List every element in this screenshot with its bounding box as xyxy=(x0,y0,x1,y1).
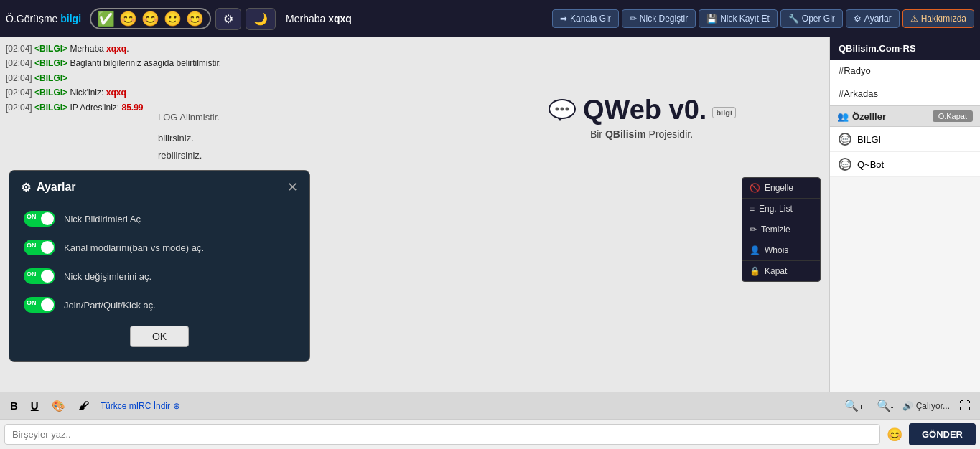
oper-gir-label: Oper Gir xyxy=(802,14,835,24)
svg-point-3 xyxy=(560,107,564,110)
warning-icon: ⚠ xyxy=(910,14,918,24)
sidebar-channel-arkadas[interactable]: #Arkadas xyxy=(830,82,980,105)
sidebar-user-qbot[interactable]: 💬 Q~Bot xyxy=(830,152,980,177)
list-icon: ≡ xyxy=(750,204,755,214)
send-button[interactable]: GÖNDER xyxy=(909,423,976,445)
color-icon: 🎨 xyxy=(52,400,65,412)
brand-label: Ö.Görüşme bilgi xyxy=(6,13,81,24)
hakkimizda-label: Hakkımızda xyxy=(921,14,966,24)
edit-icon: ✏ xyxy=(630,14,637,24)
svg-point-4 xyxy=(565,107,569,110)
download-link[interactable]: Türkce mIRC İndir ⊕ xyxy=(101,401,180,411)
toggle-nick-degisim: ON Nick değişimlerini aç. xyxy=(24,268,295,284)
emoji-smile-icon: 😊 xyxy=(887,427,902,442)
emoji-slight[interactable]: 🙂 xyxy=(164,11,182,26)
toggle-nick-degisim-switch[interactable]: ON xyxy=(24,268,55,284)
zoom-in-icon: 🔍 xyxy=(844,400,859,412)
emoji-input-button[interactable]: 😊 xyxy=(885,425,905,445)
hakkimizda-button[interactable]: ⚠ Hakkımızda xyxy=(902,9,974,28)
context-kapat[interactable]: 🔒 Kapat xyxy=(742,261,820,281)
save-icon: 💾 xyxy=(706,14,717,24)
modal-ok-button[interactable]: OK xyxy=(130,326,189,347)
zoom-out-icon: 🔍 xyxy=(877,400,891,412)
block-icon: 🚫 xyxy=(750,183,760,193)
chat-area: [02:04] <BILGI> Merhaba xqxq. [02:04] <B… xyxy=(0,37,829,392)
toggle-join-label: Join/Part/Quit/Kick aç. xyxy=(64,300,156,311)
greeting-text: Merhaba xqxq xyxy=(286,13,352,24)
toolbar-right: 🔍+ 🔍- 🔊 Çalıyor... ⛶ xyxy=(841,397,974,415)
nick-degistir-button[interactable]: ✏ Nick Değiştir xyxy=(622,9,696,28)
modal-close-button[interactable]: ✕ xyxy=(287,179,298,195)
context-eng-list[interactable]: ≡ Eng. List xyxy=(742,199,820,219)
zoom-out-button[interactable]: 🔍- xyxy=(873,397,897,415)
toggle-kanal-switch[interactable]: ON xyxy=(24,240,55,255)
toggle-nick-bildirimleri: ON Nick Bildirimleri Aç xyxy=(24,211,295,227)
oper-icon: 🔧 xyxy=(788,14,799,24)
context-temizle-label: Temizle xyxy=(761,225,790,235)
bilgi-user-name: BILGI xyxy=(857,134,881,145)
welcome-line2: rebilirsiniz. xyxy=(158,147,729,165)
nick-kayit-button[interactable]: 💾 Nick Kayıt Et xyxy=(699,9,778,28)
emoji-bar: ✅ 😊 😊 🙂 😊 xyxy=(90,8,211,29)
context-kapat-label: Kapat xyxy=(765,266,787,276)
table-row: [02:04] <BILGI> Baglanti bilgileriniz as… xyxy=(6,56,823,70)
sidebar-server: QBilisim.Com-RS xyxy=(830,37,980,60)
toggle-nick-switch[interactable]: ON xyxy=(24,211,55,227)
whois-icon: 👤 xyxy=(750,245,760,255)
sidebar-user-bilgi[interactable]: 💬 BILGI xyxy=(830,127,980,152)
kanala-gir-button[interactable]: ➡ Kanala Gir xyxy=(552,9,619,28)
bilgi-user-icon: 💬 xyxy=(839,133,851,146)
qbot-user-name: Q~Bot xyxy=(857,159,884,170)
emoji-smile2[interactable]: 😊 xyxy=(141,11,159,26)
emoji-check[interactable]: ✅ xyxy=(97,11,115,26)
toggle-nick-degisim-label: Nick değişimlerini aç. xyxy=(64,271,151,282)
dark-mode-button[interactable]: 🌙 xyxy=(246,8,276,30)
context-whois-label: Whois xyxy=(765,245,788,255)
kanala-gir-label: Kanala Gir xyxy=(570,14,611,24)
gear-settings-button[interactable]: ⚙ xyxy=(215,8,241,30)
modal-body: ON Nick Bildirimleri Aç ON Kanal modları… xyxy=(9,204,309,361)
brush-icon: 🖌 xyxy=(78,400,89,412)
sidebar-channel-radyo[interactable]: #Radyo xyxy=(830,60,980,82)
svg-point-2 xyxy=(555,107,559,110)
color-picker-button[interactable]: 🎨 xyxy=(47,397,70,415)
logo-brand: QBilisim xyxy=(605,128,646,140)
brush-button[interactable]: 🖌 xyxy=(74,397,93,414)
underline-label: U xyxy=(31,400,39,412)
lock-icon: 🔒 xyxy=(750,266,760,276)
bold-label: B xyxy=(10,400,18,412)
settings-icon: ⚙ xyxy=(854,14,862,24)
context-menu: 🚫 Engelle ≡ Eng. List ✏ Temizle 👤 Whois … xyxy=(742,177,821,282)
top-navigation: Ö.Görüşme bilgi ✅ 😊 😊 🙂 😊 ⚙ 🌙 Merhaba xq… xyxy=(0,0,980,37)
audio-status: 🔊 Çalıyor... xyxy=(902,401,950,411)
modal-gear-icon: ⚙ xyxy=(21,181,31,194)
modal-title: ⚙ Ayarlar xyxy=(21,181,76,194)
context-temizle[interactable]: ✏ Temizle xyxy=(742,219,820,240)
fullscreen-icon: ⛶ xyxy=(959,400,971,412)
download-icon: ⊕ xyxy=(173,401,180,411)
moon-icon: 🌙 xyxy=(253,12,268,26)
brand-bold: bilgi xyxy=(60,13,81,24)
gear-icon: ⚙ xyxy=(223,12,233,26)
modal-title-text: Ayarlar xyxy=(37,181,76,194)
underline-button[interactable]: U xyxy=(27,397,43,414)
nick-degistir-label: Nick Değiştir xyxy=(640,14,688,24)
sidebar-section-header: 👥 Özelller Ö.Kapat xyxy=(830,105,980,127)
ayarlar-label: Ayarlar xyxy=(864,14,892,24)
logo-badge: bilgi xyxy=(712,107,736,118)
context-engelle[interactable]: 🚫 Engelle xyxy=(742,178,820,199)
oper-gir-button[interactable]: 🔧 Oper Gir xyxy=(780,9,843,28)
chat-input[interactable] xyxy=(4,424,880,445)
ayarlar-button[interactable]: ⚙ Ayarlar xyxy=(846,9,900,28)
emoji-smile3[interactable]: 😊 xyxy=(186,11,204,26)
toggle-kanal-mod: ON Kanal modlarını(ban vs mode) aç. xyxy=(24,240,295,255)
greeting-nick: xqxq xyxy=(328,13,352,24)
logo-text: QWeb v0. xyxy=(583,95,706,126)
sidebar-close-button[interactable]: Ö.Kapat xyxy=(933,110,973,122)
toggle-join-switch[interactable]: ON xyxy=(24,297,55,313)
context-whois[interactable]: 👤 Whois xyxy=(742,240,820,261)
fullscreen-button[interactable]: ⛶ xyxy=(956,397,974,415)
zoom-in-button[interactable]: 🔍+ xyxy=(841,397,867,415)
bold-button[interactable]: B xyxy=(6,397,22,414)
emoji-smile1[interactable]: 😊 xyxy=(119,11,137,26)
